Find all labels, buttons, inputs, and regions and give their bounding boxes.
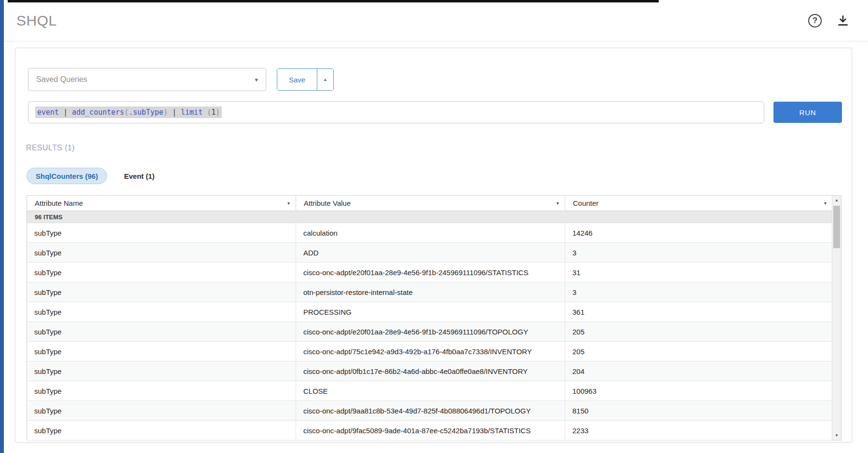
cell-attribute-name: subType	[27, 243, 296, 262]
group-row: 96 ITEMS	[27, 211, 832, 223]
scroll-up-icon[interactable]: ▲	[832, 196, 841, 205]
cell-attribute-name: subType	[27, 421, 296, 440]
chevron-up-icon: ▲	[323, 77, 327, 82]
cell-counter: 204	[565, 361, 832, 381]
cell-attribute-name: subType	[27, 342, 296, 361]
column-header-counter[interactable]: Counter ▾	[565, 196, 832, 211]
save-split-button: Save ▲	[277, 68, 334, 91]
cell-counter: 205	[565, 342, 832, 361]
query-card: Saved Queries ▾ Save ▲ event | add_count…	[15, 48, 852, 442]
table-row[interactable]: subTypecisco-onc-adpt/9aa81c8b-53e4-49d7…	[27, 401, 832, 421]
page-title: SHQL	[16, 13, 57, 29]
query-token: add_counters	[72, 108, 124, 117]
table-row[interactable]: subTypeotn-persistor-restore-internal-st…	[27, 282, 832, 302]
table-row[interactable]: subTypecalculation14246	[27, 223, 832, 243]
cell-attribute-name: subType	[27, 361, 296, 381]
chevron-down-icon: ▾	[255, 76, 258, 83]
cell-counter: 2233	[565, 421, 832, 440]
help-icon[interactable]: ?	[808, 14, 822, 27]
group-row-label: 96 ITEMS	[35, 213, 63, 221]
query-token: (	[124, 108, 129, 117]
query-token: (	[203, 108, 211, 117]
query-token: |	[168, 108, 181, 117]
run-button[interactable]: RUN	[773, 102, 842, 123]
query-token: |	[59, 108, 72, 117]
tab-event[interactable]: Event (1)	[115, 168, 163, 184]
cell-attribute-name: subType	[27, 381, 296, 400]
cell-attribute-value: PROCESSING	[296, 302, 565, 321]
cell-counter: 3	[565, 282, 832, 302]
cell-attribute-value: otn-persistor-restore-internal-state	[296, 282, 565, 302]
cell-attribute-value: cisco-onc-adpt/9aa81c8b-53e4-49d7-825f-4…	[296, 401, 565, 420]
download-icon[interactable]	[836, 14, 850, 27]
help-glyph: ?	[813, 16, 817, 26]
query-token: )	[216, 108, 220, 117]
column-header-label: Attribute Name	[35, 199, 83, 207]
cell-attribute-name: subType	[27, 401, 296, 420]
scrollbar-thumb[interactable]	[833, 206, 840, 248]
left-accent-bar	[0, 0, 4, 453]
cell-attribute-value: cisco-onc-adpt/e20f01aa-28e9-4e56-9f1b-2…	[296, 263, 565, 282]
save-options-toggle[interactable]: ▲	[317, 69, 333, 90]
save-button[interactable]: Save	[277, 69, 317, 90]
tab-shqlcounters[interactable]: ShqlCounters (96)	[27, 168, 107, 184]
results-tabs: ShqlCounters (96) Event (1)	[27, 168, 164, 184]
cell-attribute-name: subType	[27, 322, 296, 341]
column-header-attribute-value[interactable]: Attribute Value ▾	[296, 196, 565, 211]
cell-attribute-name: subType	[27, 302, 296, 321]
cell-counter: 31	[565, 263, 832, 282]
sort-caret-icon[interactable]: ▾	[287, 200, 290, 206]
table-header-row: Attribute Name ▾ Attribute Value ▾ Count…	[27, 196, 832, 211]
cell-counter: 14246	[565, 223, 832, 242]
cell-attribute-value: cisco-onc-adpt/75c1e942-a9d3-492b-a176-4…	[296, 342, 565, 361]
results-table: Attribute Name ▾ Attribute Value ▾ Count…	[27, 195, 841, 440]
sort-caret-icon[interactable]: ▾	[556, 200, 559, 206]
query-token: limit	[181, 108, 203, 117]
header-actions: ?	[808, 0, 850, 41]
download-glyph	[837, 14, 849, 27]
query-token: )	[163, 108, 168, 117]
table-row[interactable]: subTypeADD3	[27, 243, 832, 263]
saved-queries-placeholder: Saved Queries	[36, 75, 87, 84]
cell-attribute-value: CLOSE	[296, 381, 565, 400]
cell-counter: 205	[565, 322, 832, 341]
cell-attribute-value: cisco-onc-adpt/9fac5089-9ade-401a-87ee-c…	[296, 421, 565, 440]
table-row[interactable]: subTypecisco-onc-adpt/0fb1c17e-86b2-4a6d…	[27, 361, 832, 381]
cell-counter: 361	[565, 302, 832, 321]
cell-attribute-name: subType	[27, 223, 296, 242]
cell-counter: 100963	[565, 381, 832, 400]
column-header-label: Attribute Value	[304, 199, 351, 207]
table-row[interactable]: subTypecisco-onc-adpt/75c1e942-a9d3-492b…	[27, 342, 832, 361]
cell-attribute-name: subType	[27, 282, 296, 302]
query-token: event	[37, 108, 59, 117]
query-token: 1	[211, 108, 216, 117]
table-row[interactable]: subTypecisco-onc-adpt/e20f01aa-28e9-4e56…	[27, 263, 832, 282]
cell-attribute-value: cisco-onc-adpt/e20f01aa-28e9-4e56-9f1b-2…	[296, 322, 565, 341]
cell-attribute-value: ADD	[296, 243, 565, 262]
cell-attribute-name: subType	[27, 263, 296, 282]
table-row[interactable]: subTypecisco-onc-adpt/9fac5089-9ade-401a…	[27, 421, 832, 440]
sort-caret-icon[interactable]: ▾	[824, 200, 827, 206]
cell-attribute-value: cisco-onc-adpt/0fb1c17e-86b2-4a6d-abbc-4…	[296, 361, 565, 381]
cell-counter: 3	[565, 243, 832, 262]
query-token: .subType	[129, 108, 163, 117]
app-header: SHQL ?	[4, 0, 868, 41]
cell-attribute-value: calculation	[296, 223, 565, 242]
table-rows: subTypecalculation14246subTypeADD3subTyp…	[27, 223, 841, 440]
column-header-label: Counter	[573, 199, 598, 207]
table-row[interactable]: subTypecisco-onc-adpt/e20f01aa-28e9-4e56…	[27, 322, 832, 342]
query-text: event | add_counters(.subType) | limit (…	[35, 107, 222, 118]
column-header-attribute-name[interactable]: Attribute Name ▾	[27, 196, 296, 211]
table-row[interactable]: subTypeCLOSE100963	[27, 381, 832, 401]
saved-queries-select[interactable]: Saved Queries ▾	[28, 68, 266, 91]
shql-page: SHQL ? Saved Queries ▾ Save ▲	[0, 0, 868, 453]
vertical-scrollbar[interactable]: ▲ ▼	[832, 196, 841, 440]
scroll-down-icon[interactable]: ▼	[832, 431, 841, 440]
table-row[interactable]: subTypePROCESSING361	[27, 302, 832, 322]
top-border-line	[8, 0, 659, 2]
cell-counter: 8150	[565, 401, 832, 420]
results-label: RESULTS (1)	[26, 144, 75, 152]
query-input[interactable]: event | add_counters(.subType) | limit (…	[28, 101, 764, 123]
